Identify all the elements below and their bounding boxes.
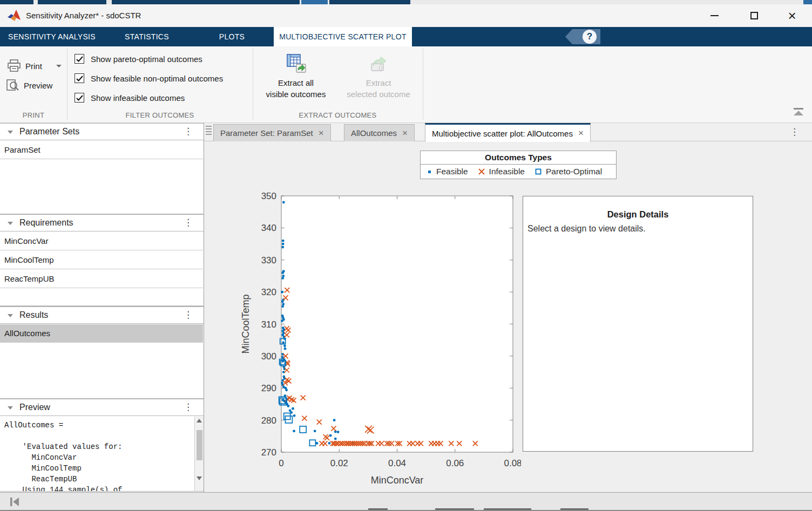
results-list: AllOutcomes xyxy=(0,324,204,399)
doc-tab-parameter-set[interactable]: Parameter Set: ParamSet × xyxy=(213,124,331,141)
filter-outcomes-section-label: FILTER OUTCOMES xyxy=(67,111,253,119)
svg-text:MinConcVar: MinConcVar xyxy=(371,475,424,486)
chevron-down-icon xyxy=(8,222,13,225)
chevron-down-icon xyxy=(8,406,13,410)
scroll-thumb[interactable] xyxy=(197,430,202,460)
print-preview-icon xyxy=(5,79,19,92)
top-edge-artifact xyxy=(0,0,812,4)
kebab-menu-icon[interactable]: ⋮ xyxy=(184,401,193,413)
legend-entry-pareto-optimal[interactable]: Pareto-Optimal xyxy=(534,167,602,176)
extract-table-icon xyxy=(285,53,307,74)
panel-header-results[interactable]: Results ⋮ xyxy=(0,306,204,324)
clipped-text-artifact xyxy=(368,508,388,510)
checkbox-checked-icon xyxy=(75,93,84,103)
clipped-text-artifact xyxy=(560,508,588,510)
maximize-icon xyxy=(750,12,758,19)
list-item-paramset[interactable]: ParamSet xyxy=(0,141,203,159)
svg-text:320: 320 xyxy=(261,287,276,297)
section-divider xyxy=(253,49,253,120)
close-icon: × xyxy=(788,8,796,24)
kebab-menu-icon[interactable]: ⋮ xyxy=(184,217,193,228)
sensitivity-analyzer-window: Sensitivity Analyzer* - sdoCSTR × SENSIT… xyxy=(0,0,812,511)
close-button[interactable]: × xyxy=(780,8,804,24)
checkbox-checked-icon xyxy=(75,73,84,83)
chevron-down-icon xyxy=(8,131,13,134)
svg-text:340: 340 xyxy=(261,223,276,233)
ribbon-tab-sensitivity-analysis[interactable]: SENSITIVITY ANALYSIS xyxy=(0,27,104,46)
tab-close-icon[interactable]: × xyxy=(319,128,324,139)
scroll-up-icon[interactable] xyxy=(197,419,202,423)
minimize-icon xyxy=(710,15,719,16)
skip-to-start-icon[interactable] xyxy=(9,496,21,508)
preview-scrollbar[interactable] xyxy=(194,417,204,492)
ribbon-tab-multiobjective-scatter-plot[interactable]: MULTIOBJECTIVE SCATTER PLOT xyxy=(274,27,412,46)
maximize-button[interactable] xyxy=(742,8,767,24)
checkbox-checked-icon xyxy=(75,54,84,64)
svg-text:350: 350 xyxy=(261,191,276,201)
print-preview-button[interactable]: Preview xyxy=(5,79,52,92)
ribbon-toolbar: Print Preview PRINT Show pareto-optimal … xyxy=(0,46,812,123)
tab-bar-kebab-icon[interactable]: ⋮ xyxy=(790,126,799,138)
ribbon-tab-plots[interactable]: PLOTS xyxy=(190,27,274,46)
print-button[interactable]: Print xyxy=(7,59,62,72)
minimize-button[interactable] xyxy=(702,8,727,24)
document-tab-bar: Parameter Set: ParamSet × AllOutcomes × … xyxy=(204,123,812,141)
design-details-panel: Design Details Select a design to view d… xyxy=(523,196,753,452)
list-item-mincooltemp[interactable]: MinCoolTemp xyxy=(0,251,203,269)
panel-header-preview[interactable]: Preview ⋮ xyxy=(0,399,204,416)
title-bar: Sensitivity Analyzer* - sdoCSTR × xyxy=(0,4,812,27)
extract-selected-icon-disabled xyxy=(368,53,389,74)
svg-text:280: 280 xyxy=(261,415,276,426)
svg-text:290: 290 xyxy=(261,383,276,393)
checkbox-show-pareto-optimal[interactable]: Show pareto-optimal outcomes xyxy=(75,54,202,64)
plot-document-canvas: Outcomes Types Feasible Infeasible Paret… xyxy=(204,141,812,492)
list-item-minconcvar[interactable]: MinConcVar xyxy=(0,232,203,250)
panel-header-requirements[interactable]: Requirements ⋮ xyxy=(0,214,204,231)
svg-text:300: 300 xyxy=(261,351,276,362)
section-divider xyxy=(423,49,423,120)
extract-outcomes-section-label: EXTRACT OUTCOMES xyxy=(253,111,423,119)
panel-grip-icon[interactable] xyxy=(206,126,212,137)
pareto-square-icon xyxy=(534,168,542,175)
kebab-menu-icon[interactable]: ⋮ xyxy=(184,126,193,137)
svg-text:0.06: 0.06 xyxy=(446,458,464,468)
help-question-icon: ? xyxy=(583,30,597,44)
svg-text:0.04: 0.04 xyxy=(388,458,406,468)
chevron-down-icon xyxy=(8,314,13,317)
svg-text:310: 310 xyxy=(261,319,276,330)
tab-close-icon[interactable]: × xyxy=(578,128,584,139)
clipped-text-artifact xyxy=(484,508,531,510)
print-dropdown-caret-icon xyxy=(56,65,62,67)
collapse-ribbon-button[interactable] xyxy=(793,108,804,117)
panel-header-parameter-sets[interactable]: Parameter Sets ⋮ xyxy=(0,123,204,140)
doc-tab-alloutcomes[interactable]: AllOutcomes × xyxy=(344,124,415,141)
scatter-plot[interactable]: 00.020.040.060.0827028029030031032033034… xyxy=(227,151,521,488)
svg-text:0.08: 0.08 xyxy=(504,458,521,468)
empty-row xyxy=(0,289,203,306)
printer-icon xyxy=(7,59,21,72)
preview-text: AllOutcomes = 'Evaluated values for: Min… xyxy=(4,420,122,492)
extract-selected-outcome-button: Extract selected outcome xyxy=(340,53,417,100)
checkbox-show-infeasible[interactable]: Show infeasible outcomes xyxy=(75,93,185,103)
scroll-down-icon[interactable] xyxy=(197,476,202,480)
list-item-reactempub[interactable]: ReacTempUB xyxy=(0,270,203,288)
list-item-alloutcomes-selected[interactable]: AllOutcomes xyxy=(0,324,203,343)
help-button[interactable]: ? xyxy=(565,29,600,44)
window-title: Sensitivity Analyzer* - sdoCSTR xyxy=(26,11,141,20)
extract-all-visible-outcomes-button[interactable]: Extract all visible outcomes xyxy=(260,53,331,100)
ribbon-tab-bar: SENSITIVITY ANALYSIS STATISTICS PLOTS MU… xyxy=(0,27,812,46)
print-section-label: PRINT xyxy=(0,111,67,119)
doc-tab-multiobjective-scatter-plot[interactable]: Multiobjective scatter plot: AllOutcomes… xyxy=(425,123,591,142)
svg-text:0.02: 0.02 xyxy=(330,458,348,468)
matlab-logo-icon xyxy=(7,8,22,23)
svg-text:330: 330 xyxy=(261,255,276,265)
tab-close-icon[interactable]: × xyxy=(402,128,408,139)
design-details-body: Select a design to view details. xyxy=(527,224,753,234)
ribbon-tab-statistics[interactable]: STATISTICS xyxy=(104,27,190,46)
checkbox-show-feasible-non-optimal[interactable]: Show feasible non-optimal outcomes xyxy=(75,73,223,83)
preview-pane: AllOutcomes = 'Evaluated values for: Min… xyxy=(0,417,204,492)
clipped-text-artifact xyxy=(435,508,474,510)
kebab-menu-icon[interactable]: ⋮ xyxy=(184,309,193,321)
svg-text:MinCoolTemp: MinCoolTemp xyxy=(240,294,251,353)
requirements-list: MinConcVar MinCoolTemp ReacTempUB xyxy=(0,232,204,306)
